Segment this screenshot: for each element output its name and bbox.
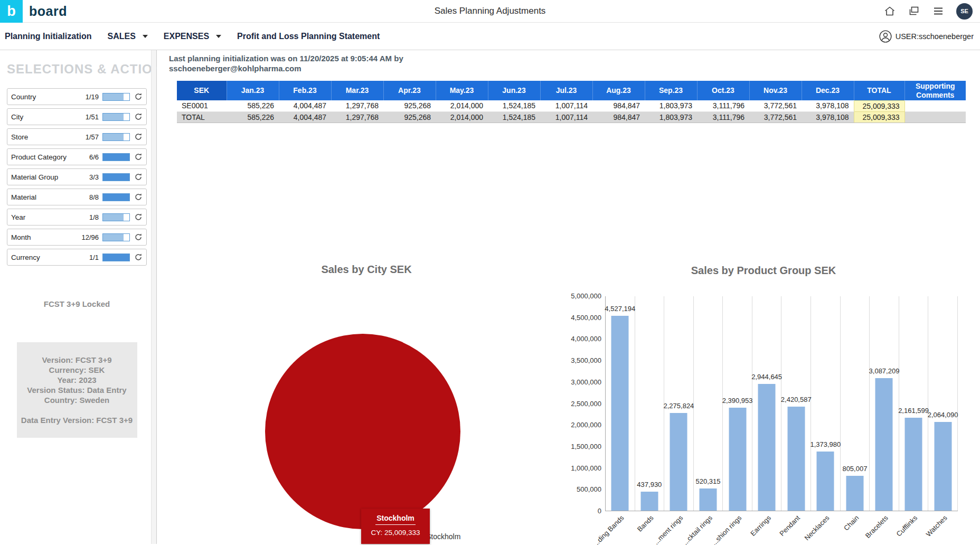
column-header[interactable]: Apr.23 xyxy=(383,81,436,100)
column-header[interactable]: Nov.23 xyxy=(749,81,802,100)
selector-row[interactable]: Store 1/57 xyxy=(7,128,147,145)
data-cell[interactable]: 1,803,973 xyxy=(645,100,697,111)
reset-selection-icon[interactable] xyxy=(134,153,143,161)
reset-selection-icon[interactable] xyxy=(134,233,143,241)
data-cell[interactable]: 3,111,796 xyxy=(697,111,749,123)
column-header[interactable]: Jun.23 xyxy=(488,81,540,100)
data-cell[interactable]: 585,226 xyxy=(227,100,279,111)
bar[interactable] xyxy=(670,413,687,511)
column-header[interactable]: Feb.23 xyxy=(279,81,331,100)
bar[interactable] xyxy=(758,384,776,511)
column-header[interactable]: Supporting Comments xyxy=(904,81,966,100)
bar[interactable] xyxy=(817,452,834,511)
nav-item-label: Profit and Loss Planning Statement xyxy=(237,32,380,41)
data-cell[interactable]: 1,524,185 xyxy=(488,111,540,123)
data-cell[interactable]: 1,803,973 xyxy=(645,111,697,123)
pie-chart-title: Sales by City SEK xyxy=(261,264,472,276)
pie-slice-stockholm[interactable] xyxy=(265,334,460,529)
selector-row[interactable]: City 1/51 xyxy=(7,108,147,125)
bar[interactable] xyxy=(934,422,951,511)
column-header[interactable]: Mar.23 xyxy=(331,81,383,100)
selector-row[interactable]: Material 8/8 xyxy=(7,189,147,205)
selector-row[interactable]: Country 1/19 xyxy=(7,88,147,105)
reset-selection-icon[interactable] xyxy=(134,92,143,101)
bar[interactable] xyxy=(611,316,629,511)
home-icon[interactable] xyxy=(883,5,896,17)
table-head: SEKJan.23Feb.23Mar.23Apr.23May.23Jun.23J… xyxy=(177,81,966,100)
data-cell[interactable]: 1,007,114 xyxy=(540,100,592,111)
data-cell[interactable]: 1,524,185 xyxy=(488,100,540,111)
supporting-comment-cell[interactable] xyxy=(904,111,966,123)
init-note-line1: Last planning initialization was on 11/2… xyxy=(169,53,403,63)
reset-selection-icon[interactable] xyxy=(134,193,143,201)
screens-icon[interactable] xyxy=(908,5,920,17)
selector-row[interactable]: Year 1/8 xyxy=(7,209,147,225)
column-header[interactable]: SEK xyxy=(177,81,227,100)
data-cell[interactable]: 1,007,114 xyxy=(540,111,592,123)
bar-value-label: 3,087,209 xyxy=(869,367,900,375)
data-cell[interactable]: 585,226 xyxy=(227,111,279,123)
column-header[interactable]: Aug.23 xyxy=(592,81,645,100)
data-cell[interactable]: 3,772,561 xyxy=(749,100,802,111)
bar[interactable] xyxy=(640,492,658,511)
data-cell[interactable]: 3,111,796 xyxy=(697,100,749,111)
bar[interactable] xyxy=(846,476,863,511)
data-cell[interactable]: 984,847 xyxy=(592,111,645,123)
data-cell[interactable]: 925,268 xyxy=(383,111,436,123)
topbar-actions: SE xyxy=(883,3,980,20)
column-header[interactable]: Sep.23 xyxy=(645,81,697,100)
bar[interactable] xyxy=(700,488,717,511)
bar[interactable] xyxy=(905,418,922,511)
data-cell[interactable]: 2,014,000 xyxy=(436,100,488,111)
data-cell[interactable]: 4,004,487 xyxy=(279,111,331,123)
selector-count: 1/8 xyxy=(89,213,99,221)
menu-icon[interactable] xyxy=(932,5,945,17)
nav-item[interactable]: EXPENSES xyxy=(164,32,221,41)
bar[interactable] xyxy=(787,407,805,511)
selector-row[interactable]: Month 12/96 xyxy=(7,229,147,246)
column-header[interactable]: TOTAL xyxy=(854,81,904,100)
data-cell[interactable]: 4,004,487 xyxy=(279,100,331,111)
reset-selection-icon[interactable] xyxy=(134,133,143,141)
data-cell[interactable]: 984,847 xyxy=(592,100,645,111)
selector-count: 12/96 xyxy=(81,233,99,241)
selector-row[interactable]: Product Category 6/6 xyxy=(7,148,147,165)
bar[interactable] xyxy=(875,378,893,511)
bar-x-label: Cufflinks xyxy=(895,514,919,538)
data-cell[interactable]: 1,297,768 xyxy=(331,111,383,123)
selector-row[interactable]: Currency 1/1 xyxy=(7,249,147,266)
bar-value-label: 2,944,645 xyxy=(751,373,782,381)
data-cell[interactable]: 3,978,108 xyxy=(802,111,854,123)
data-cell[interactable]: 3,978,108 xyxy=(802,100,854,111)
reset-selection-icon[interactable] xyxy=(134,213,143,221)
selector-label: Year xyxy=(11,213,89,221)
pie-tooltip-value: CY: 25,009,333 xyxy=(361,529,430,537)
version-box: Version: FCST 3+9Currency: SEKYear: 2023… xyxy=(17,342,137,438)
selector-label: Material Group xyxy=(11,173,89,181)
data-cell[interactable]: 3,772,561 xyxy=(749,111,802,123)
column-header[interactable]: Dec.23 xyxy=(802,81,854,100)
init-note: Last planning initialization was on 11/2… xyxy=(169,53,403,73)
y-tick-label: 3,000,000 xyxy=(527,378,601,387)
nav-item[interactable]: Planning Initialization xyxy=(5,32,91,41)
user-avatar[interactable]: SE xyxy=(956,3,973,20)
data-cell[interactable]: 1,297,768 xyxy=(331,100,383,111)
reset-selection-icon[interactable] xyxy=(134,253,143,261)
reset-selection-icon[interactable] xyxy=(134,112,143,121)
selector-row[interactable]: Material Group 3/3 xyxy=(7,168,147,185)
bar[interactable] xyxy=(729,408,746,511)
supporting-comment-cell[interactable] xyxy=(904,100,966,111)
board-logo-icon[interactable]: b xyxy=(0,0,23,23)
nav-item[interactable]: SALES xyxy=(107,32,147,41)
data-cell[interactable]: 2,014,000 xyxy=(436,111,488,123)
reset-selection-icon[interactable] xyxy=(134,173,143,181)
nav-user[interactable]: USER:sschoeneberger xyxy=(879,30,980,43)
selector-count: 1/51 xyxy=(86,113,99,121)
column-header[interactable]: May.23 xyxy=(436,81,488,100)
data-cell[interactable]: 925,268 xyxy=(383,100,436,111)
bar-value-label: 1,373,980 xyxy=(810,440,841,448)
column-header[interactable]: Jan.23 xyxy=(227,81,279,100)
column-header[interactable]: Oct.23 xyxy=(697,81,749,100)
column-header[interactable]: Jul.23 xyxy=(540,81,592,100)
nav-item[interactable]: Profit and Loss Planning Statement xyxy=(237,32,380,41)
